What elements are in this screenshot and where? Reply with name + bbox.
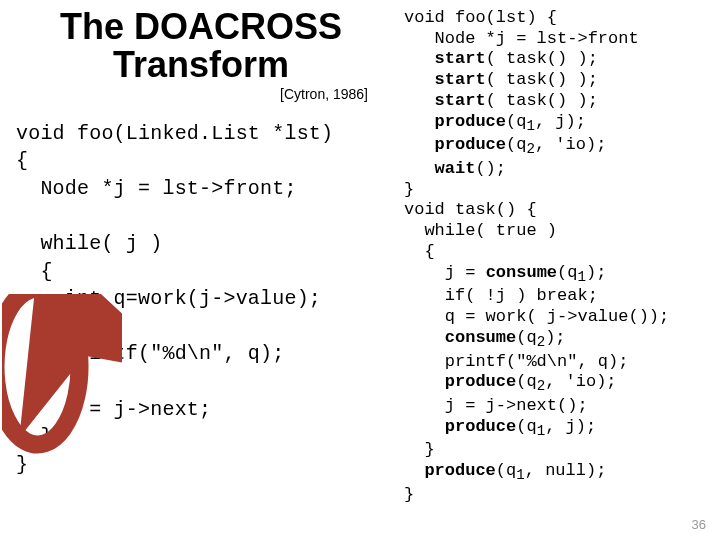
title-line-2: Transform: [113, 44, 289, 85]
page-number: 36: [692, 517, 706, 532]
slide-title: The DOACROSS Transform: [16, 8, 386, 84]
code-original: void foo(Linked.List *lst) { Node *j = l…: [16, 120, 386, 479]
right-column: void foo(lst) { Node *j = lst->front sta…: [404, 8, 704, 505]
left-column: The DOACROSS Transform [Cytron, 1986] vo…: [16, 8, 386, 478]
code-transformed: void foo(lst) { Node *j = lst->front sta…: [404, 8, 704, 505]
slide: The DOACROSS Transform [Cytron, 1986] vo…: [0, 0, 720, 540]
citation: [Cytron, 1986]: [16, 86, 368, 102]
title-line-1: The DOACROSS: [60, 6, 342, 47]
